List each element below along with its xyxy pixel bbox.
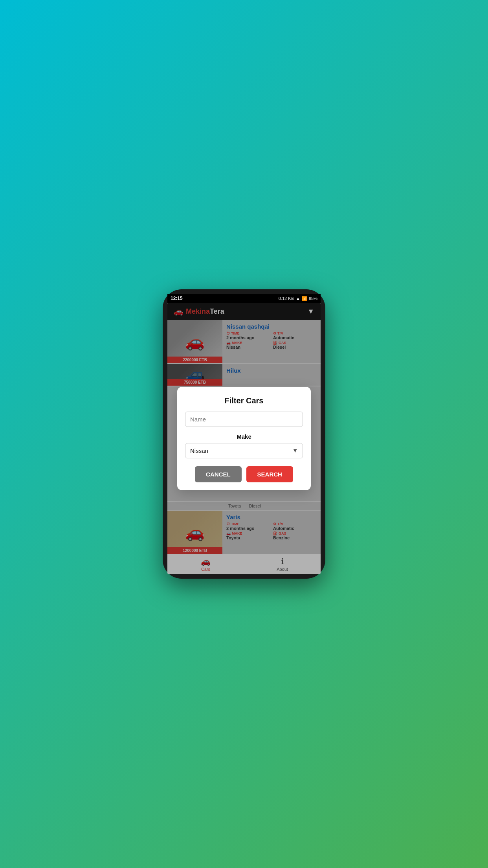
phone-shell: 12:15 0.12 K/s ▲ 📶 85% 🚗 MekinaTera ▼ — [163, 289, 325, 579]
wifi-icon: ▲ — [296, 296, 300, 301]
dialog-title: Filter Cars — [185, 396, 303, 405]
battery-label: 85% — [309, 296, 317, 301]
search-button[interactable]: SEARCH — [246, 466, 293, 482]
status-time: 12:15 — [171, 296, 183, 301]
status-right: 0.12 K/s ▲ 📶 85% — [279, 296, 317, 301]
chevron-down-icon: ▼ — [292, 447, 298, 454]
dialog-name-input[interactable] — [185, 412, 303, 427]
dialog-overlay: Filter Cars Make Nissan ▼ CANCEL SEARCH — [167, 303, 321, 574]
dialog-make-value: Nissan — [190, 447, 208, 454]
cancel-button[interactable]: CANCEL — [195, 466, 242, 482]
dialog-buttons: CANCEL SEARCH — [185, 466, 303, 482]
dialog-make-label: Make — [185, 433, 303, 440]
phone-screen: 🚗 MekinaTera ▼ 2200000 ETB Nissan qashqa… — [167, 303, 321, 574]
filter-dialog: Filter Cars Make Nissan ▼ CANCEL SEARCH — [177, 387, 311, 490]
signal-icon: 📶 — [302, 296, 307, 301]
status-bar: 12:15 0.12 K/s ▲ 📶 85% — [167, 294, 321, 303]
data-speed: 0.12 K/s — [279, 296, 294, 301]
dialog-make-select[interactable]: Nissan ▼ — [185, 443, 303, 458]
